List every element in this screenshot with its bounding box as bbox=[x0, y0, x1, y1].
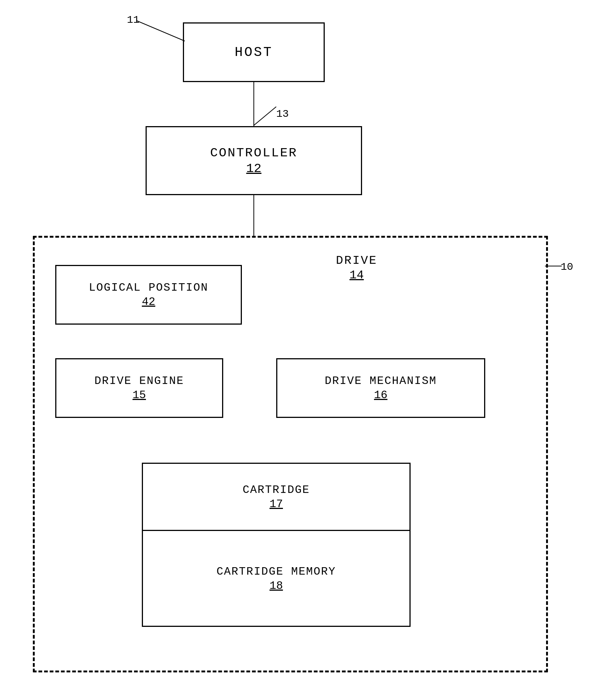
diagram-container: 11 HOST 13 CONTROLLER 12 10 DRIVE 14 LOG… bbox=[0, 0, 589, 700]
logical-position-label: LOGICAL POSITION bbox=[89, 281, 208, 294]
svg-line-0 bbox=[136, 21, 185, 41]
drive-mechanism-box: DRIVE MECHANISM 16 bbox=[276, 358, 485, 418]
logical-position-number: 42 bbox=[142, 296, 155, 308]
line-10-svg bbox=[545, 263, 575, 271]
drive-engine-box: DRIVE ENGINE 15 bbox=[55, 358, 223, 418]
drive-label: DRIVE bbox=[336, 254, 377, 268]
cartridge-memory-section: CARTRIDGE MEMORY 18 bbox=[143, 531, 409, 626]
controller-box: CONTROLLER 12 bbox=[146, 126, 362, 195]
svg-line-1 bbox=[254, 107, 276, 125]
cartridge-memory-number: 18 bbox=[269, 579, 283, 592]
cartridge-number: 17 bbox=[269, 498, 283, 510]
drive-mechanism-number: 16 bbox=[374, 389, 387, 401]
controller-label: CONTROLLER bbox=[210, 146, 297, 160]
vline-controller-drive bbox=[253, 195, 254, 236]
drive-engine-label: DRIVE ENGINE bbox=[94, 375, 184, 387]
host-box: HOST bbox=[183, 22, 325, 82]
controller-number: 12 bbox=[246, 162, 262, 176]
cartridge-top-section: CARTRIDGE 17 bbox=[143, 464, 409, 531]
logical-position-box: LOGICAL POSITION 42 bbox=[55, 265, 242, 325]
drive-number: 14 bbox=[349, 268, 364, 282]
cartridge-outer-box: CARTRIDGE 17 CARTRIDGE MEMORY 18 bbox=[142, 463, 411, 627]
cartridge-label: CARTRIDGE bbox=[243, 484, 310, 496]
host-label: HOST bbox=[235, 45, 273, 60]
drive-label-area: DRIVE 14 bbox=[336, 254, 377, 282]
cartridge-memory-label: CARTRIDGE MEMORY bbox=[216, 565, 336, 578]
drive-mechanism-label: DRIVE MECHANISM bbox=[325, 375, 437, 387]
drive-engine-number: 15 bbox=[133, 389, 146, 401]
